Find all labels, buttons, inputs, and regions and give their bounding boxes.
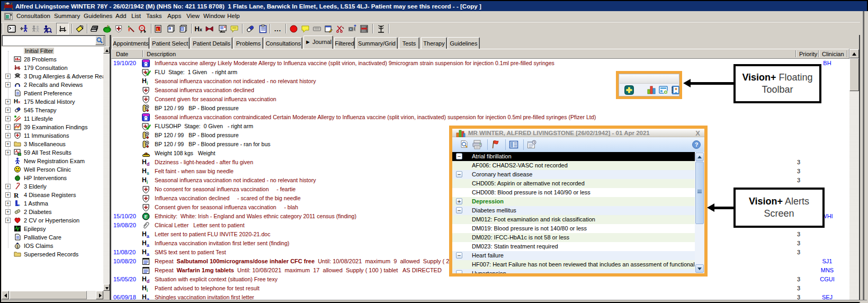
svg-text:?: ? <box>695 141 699 148</box>
svg-text:L: L <box>157 27 159 32</box>
svg-text:E: E <box>144 214 147 219</box>
svg-text:$: $ <box>16 245 19 248</box>
